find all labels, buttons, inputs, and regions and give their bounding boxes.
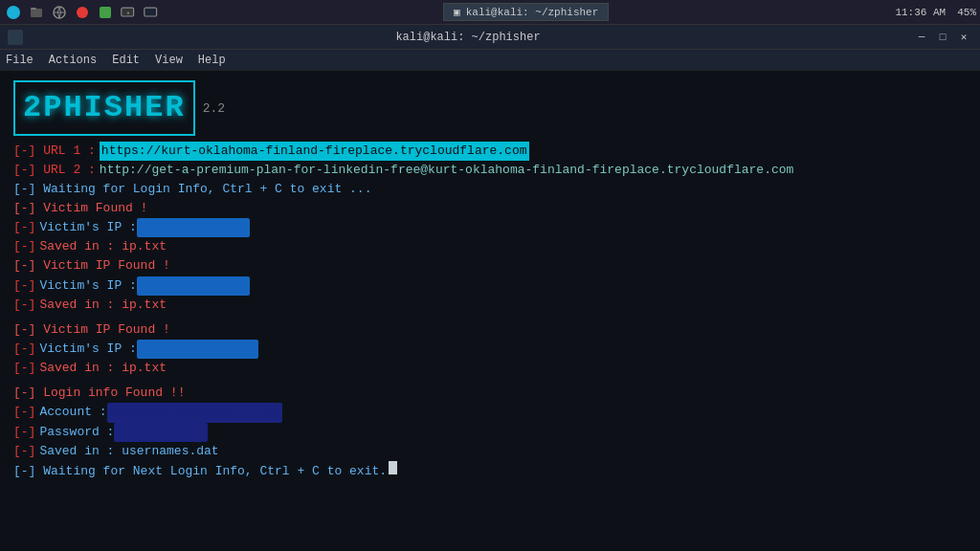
account-prefix: [-] (13, 403, 35, 422)
victim-ip-1: [-] Victim's IP : xxx.xxx.xx.xx (13, 218, 967, 237)
victim-ip-3-label: Victim's IP : (39, 340, 136, 359)
green-icon[interactable] (96, 3, 115, 22)
saved-ip-3-prefix: [-] (13, 359, 35, 378)
terminal-body: 2PHISHER 2.2 [-] URL 1 : https://kurt-ok… (0, 71, 980, 551)
victim-ip-3-value: xxx.xxx.xx.xxx (137, 340, 258, 359)
victim-ip-3: [-] Victim's IP : xxx.xxx.xx.xxx (13, 340, 967, 359)
svg-rect-1 (31, 9, 42, 17)
version: 2.2 (203, 99, 225, 119)
menubar: File Actions Edit View Help (0, 50, 980, 71)
clock: 11:36 AM (895, 7, 946, 18)
svg-point-5 (77, 7, 88, 18)
taskbar-icons: ▾ (4, 3, 161, 22)
menu-actions[interactable]: Actions (49, 54, 97, 67)
svg-text:▾: ▾ (126, 10, 130, 17)
waiting1-text: [-] Waiting for Login Info, Ctrl + C to … (13, 180, 371, 199)
tab-icon: ▣ (454, 6, 460, 18)
victim-found-1-text: [-] Victim Found ! (13, 199, 147, 218)
terminal-small-icon[interactable] (142, 3, 161, 22)
window-title: kali@kali: ~/zphisher (23, 31, 913, 44)
saved-ip-3-text: Saved in : ip.txt (39, 359, 167, 378)
victim-ip-found-3: [-] Victim IP Found ! (13, 320, 967, 340)
password-line: [-] Password : xxxxxxxxxxxx (13, 423, 967, 442)
waiting2-line: [-] Waiting for Next Login Info, Ctrl + … (13, 461, 967, 481)
url1-prefix: [-] URL 1 : (13, 142, 96, 161)
victim-ip-2-value: xxx.xxx.xx.xx (137, 276, 250, 296)
victim-ip-1-label: Victim's IP : (39, 218, 136, 237)
file-manager-icon[interactable] (27, 3, 46, 22)
window-controls: ─ □ ✕ (913, 31, 972, 44)
account-line: [-] Account : xxxxxxxx.xxxx@gmail.com (13, 403, 967, 422)
browser-icon[interactable] (50, 3, 69, 22)
taskbar-right: 11:36 AM 45% (891, 7, 976, 18)
close-button[interactable]: ✕ (955, 31, 972, 44)
svg-rect-2 (31, 8, 36, 10)
login-found: [-] Login info Found !! (13, 384, 967, 403)
saved-ip-3: [-] Saved in : ip.txt (13, 359, 967, 378)
victim-ip-1-value: xxx.xxx.xx.xx (137, 218, 250, 237)
saved-ip-2: [-] Saved in : ip.txt (13, 296, 967, 315)
password-label: Password : (39, 423, 114, 442)
victim-ip-2: [-] Victim's IP : xxx.xxx.xx.xx (13, 276, 967, 296)
battery: 45% (957, 7, 976, 18)
svg-rect-6 (100, 7, 111, 18)
url2-prefix: [-] URL 2 : (13, 161, 96, 180)
login-found-text: [-] Login info Found !! (13, 384, 185, 403)
victim-ip-found-2: [-] Victim IP Found ! (13, 256, 967, 276)
saved-usernames: [-] Saved in : usernames.dat (13, 442, 967, 461)
taskbar-center: ▣ kali@kali: ~/zphisher (161, 3, 891, 21)
saved-ip-1-prefix: [-] (13, 237, 35, 256)
url1-value: https://kurt-oklahoma-finland-fireplace.… (100, 142, 529, 161)
victim-ip-2-prefix: [-] (13, 276, 35, 296)
tab-label: kali@kali: ~/zphisher (466, 7, 599, 18)
window-icon (8, 30, 23, 45)
url1-line: [-] URL 1 : https://kurt-oklahoma-finlan… (13, 142, 967, 161)
svg-rect-9 (145, 8, 157, 16)
victim-ip-2-label: Victim's IP : (39, 276, 136, 296)
waiting2-text: [-] Waiting for Next Login Info, Ctrl + … (13, 462, 387, 481)
zphisher-logo: 2PHISHER (13, 80, 195, 136)
account-label: Account : (39, 403, 106, 422)
taskbar: ▾ ▣ kali@kali: ~/zphisher 11:36 AM 45% (0, 0, 980, 25)
red-icon[interactable] (73, 3, 92, 22)
waiting1-line: [-] Waiting for Login Info, Ctrl + C to … (13, 180, 967, 199)
kali-icon[interactable] (4, 3, 23, 22)
victim-found-1: [-] Victim Found ! (13, 199, 967, 218)
password-prefix: [-] (13, 423, 35, 442)
victim-ip-1-prefix: [-] (13, 218, 35, 237)
menu-help[interactable]: Help (198, 54, 226, 67)
cursor (389, 461, 397, 474)
victim-ip-found-2-text: [-] Victim IP Found ! (13, 256, 170, 276)
account-value: xxxxxxxx.xxxx@gmail.com (107, 403, 282, 422)
logo-row: 2PHISHER 2.2 (13, 80, 967, 138)
saved-ip-1: [-] Saved in : ip.txt (13, 237, 967, 256)
maximize-button[interactable]: □ (934, 31, 951, 44)
minimize-button[interactable]: ─ (913, 31, 930, 44)
password-value: xxxxxxxxxxxx (114, 423, 208, 442)
url2-line: [-] URL 2 : http://get-a-premium-plan-fo… (13, 161, 967, 180)
victim-ip-3-prefix: [-] (13, 340, 35, 359)
saved-usernames-text: Saved in : usernames.dat (39, 442, 218, 461)
svg-point-0 (7, 6, 20, 19)
saved-usernames-prefix: [-] (13, 442, 35, 461)
window-titlebar: kali@kali: ~/zphisher ─ □ ✕ (0, 25, 980, 50)
menu-file[interactable]: File (6, 54, 33, 67)
victim-ip-found-3-text: [-] Victim IP Found ! (13, 320, 170, 340)
active-tab[interactable]: ▣ kali@kali: ~/zphisher (443, 3, 609, 21)
url2-value: http://get-a-premium-plan-for-linkedin-f… (100, 161, 794, 180)
saved-ip-1-text: Saved in : ip.txt (39, 237, 167, 256)
menu-edit[interactable]: Edit (112, 54, 140, 67)
dropdown-icon[interactable]: ▾ (119, 3, 138, 22)
terminal-window: kali@kali: ~/zphisher ─ □ ✕ File Actions… (0, 25, 980, 551)
menu-view[interactable]: View (155, 54, 183, 67)
saved-ip-2-prefix: [-] (13, 296, 35, 315)
saved-ip-2-text: Saved in : ip.txt (39, 296, 167, 315)
